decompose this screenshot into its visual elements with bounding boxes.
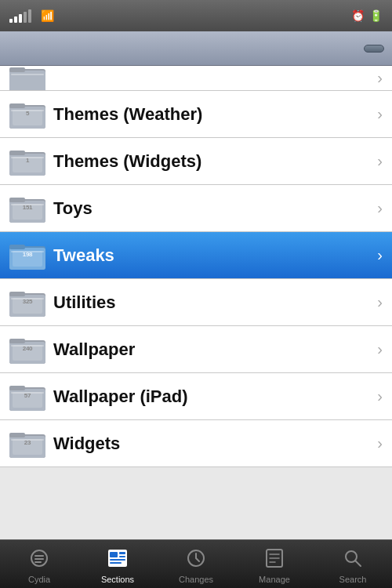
tab-label: Changes [179,575,213,584]
partial-chevron-icon: › [377,69,383,87]
folder-icon: 151 [9,191,45,227]
svg-rect-3 [11,74,44,75]
battery-icon: 🔋 [369,9,383,22]
svg-rect-49 [110,552,118,557]
badge-number: 198 [23,252,32,258]
tab-label: Sections [101,575,134,584]
list-item[interactable]: 240 Wallpaper › [0,326,392,373]
alarm-icon: ⏰ [351,9,365,22]
svg-rect-26 [9,292,25,296]
svg-rect-41 [9,433,25,437]
svg-rect-2 [9,67,25,72]
tab-item-manage[interactable]: Manage [235,540,314,588]
search-icon [343,548,363,573]
svg-rect-36 [9,386,25,390]
list-item[interactable]: 151 Toys › [0,185,392,232]
nav-bar [0,31,392,66]
cydia-icon [29,548,49,573]
folder-icon: 325 [9,285,45,321]
list-container: › 5 Themes (Weather) › 1 [0,66,392,539]
item-label: Toys [53,198,377,219]
chevron-icon: › [377,152,383,170]
folder-icon: 23 [9,426,45,462]
tab-label: Search [339,575,367,584]
item-label: Tweaks [53,245,377,266]
svg-rect-53 [110,562,122,564]
svg-rect-50 [119,552,125,554]
list-item[interactable]: 1 Themes (Widgets) › [0,138,392,185]
item-label: Utilities [53,292,377,313]
list-item[interactable]: 23 Widgets › [0,420,392,467]
badge-number: 57 [24,393,31,399]
badge-number: 151 [23,205,32,211]
chevron-icon: › [377,387,383,405]
svg-rect-52 [110,559,125,561]
items-wrapper: 5 Themes (Weather) › 1 Themes (Widgets) … [0,91,392,467]
item-label: Wallpaper (iPad) [53,387,377,407]
svg-rect-6 [9,103,25,108]
tab-item-sections[interactable]: Sections [78,540,157,588]
item-label: Themes (Weather) [53,104,377,125]
svg-rect-21 [9,245,25,249]
status-bar: 📶 ⏰ 🔋 [0,0,392,31]
sections-icon [107,548,129,573]
partial-item-label [53,68,377,89]
badge-number: 240 [23,346,32,352]
wifi-icon: 📶 [41,9,54,22]
svg-rect-1 [9,71,45,92]
signal-icon [9,9,31,23]
svg-line-60 [355,561,361,566]
svg-rect-11 [9,151,25,155]
svg-rect-16 [9,198,25,202]
item-label: Widgets [53,434,377,454]
chevron-icon: › [377,246,383,264]
status-right: ⏰ 🔋 [351,9,383,22]
tab-item-cydia[interactable]: Cydia [0,540,78,588]
folder-icon: 198 [9,238,45,274]
status-left: 📶 [9,9,54,23]
list-item[interactable]: 198 Tweaks › [0,232,392,279]
svg-rect-51 [119,556,125,557]
manage-icon [264,548,285,573]
folder-icon: 240 [9,332,45,368]
chevron-icon: › [377,434,383,452]
edit-button[interactable] [364,45,384,53]
chevron-icon: › [377,293,383,311]
badge-number: 325 [23,299,32,305]
folder-icon: 5 [9,96,45,132]
chevron-icon: › [377,340,383,358]
list-item[interactable]: 5 Themes (Weather) › [0,91,392,138]
partial-list-item[interactable]: › [0,66,392,91]
changes-icon [186,548,206,573]
badge-number: 23 [24,440,31,446]
list-item[interactable]: 325 Utilities › [0,279,392,326]
tab-item-search[interactable]: Search [314,540,392,588]
folder-icon: 57 [9,379,45,415]
tab-label: Manage [259,575,290,584]
item-label: Wallpaper [53,339,377,360]
partial-folder-icon [9,66,45,91]
chevron-icon: › [377,105,383,123]
item-label: Themes (Widgets) [53,151,377,172]
chevron-icon: › [377,199,383,217]
svg-rect-31 [9,339,25,343]
folder-icon: 1 [9,143,45,180]
list-item[interactable]: 57 Wallpaper (iPad) › [0,373,392,420]
tab-item-changes[interactable]: Changes [157,540,235,588]
badge-number: 1 [26,158,29,164]
tab-bar: Cydia Sections Changes Manage Sear [0,539,392,588]
badge-number: 5 [26,111,29,117]
tab-label: Cydia [28,575,50,584]
